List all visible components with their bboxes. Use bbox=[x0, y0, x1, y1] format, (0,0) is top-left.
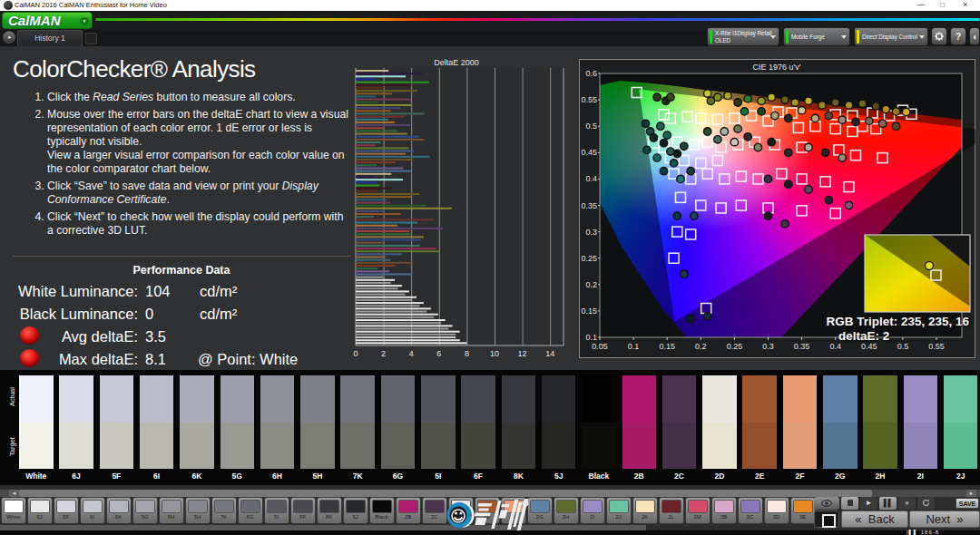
svg-text:0.15: 0.15 bbox=[659, 342, 675, 351]
svg-text:0.3: 0.3 bbox=[762, 342, 774, 351]
svg-text:8: 8 bbox=[465, 349, 469, 358]
svg-text:0.45: 0.45 bbox=[861, 342, 877, 351]
svg-text:0.4: 0.4 bbox=[585, 174, 597, 183]
svg-text:0.55: 0.55 bbox=[581, 95, 597, 104]
svg-text:4: 4 bbox=[409, 349, 414, 358]
svg-text:0.25: 0.25 bbox=[727, 342, 743, 351]
svg-text:0.05: 0.05 bbox=[592, 342, 608, 351]
svg-text:0.15: 0.15 bbox=[581, 306, 597, 316]
svg-text:0: 0 bbox=[353, 349, 358, 358]
svg-text:0.55: 0.55 bbox=[928, 342, 945, 351]
svg-text:12: 12 bbox=[518, 349, 527, 358]
svg-text:deltaE: 2: deltaE: 2 bbox=[838, 329, 889, 343]
svg-text:RGB Triplet: 235, 235, 16: RGB Triplet: 235, 235, 16 bbox=[826, 315, 969, 328]
svg-text:2: 2 bbox=[381, 349, 386, 358]
svg-text:0.45: 0.45 bbox=[581, 148, 597, 157]
svg-text:0.35: 0.35 bbox=[581, 201, 597, 210]
svg-text:14: 14 bbox=[545, 349, 554, 358]
svg-text:0.35: 0.35 bbox=[794, 342, 810, 351]
svg-text:0.5: 0.5 bbox=[585, 122, 597, 131]
svg-text:0.1: 0.1 bbox=[628, 342, 640, 351]
svg-text:CIE 1976 u'v': CIE 1976 u'v' bbox=[753, 63, 801, 72]
svg-text:6: 6 bbox=[436, 349, 441, 358]
svg-text:0.2: 0.2 bbox=[695, 342, 707, 351]
svg-text:0.2: 0.2 bbox=[585, 280, 597, 289]
svg-text:0.1: 0.1 bbox=[585, 333, 597, 342]
svg-text:0.6: 0.6 bbox=[585, 69, 597, 78]
svg-text:0.5: 0.5 bbox=[897, 342, 909, 351]
svg-text:0.25: 0.25 bbox=[581, 254, 597, 263]
svg-text:DeltaE 2000: DeltaE 2000 bbox=[434, 58, 479, 67]
svg-text:10: 10 bbox=[490, 349, 499, 358]
svg-text:0.3: 0.3 bbox=[585, 228, 597, 237]
svg-text:0.4: 0.4 bbox=[829, 342, 841, 351]
